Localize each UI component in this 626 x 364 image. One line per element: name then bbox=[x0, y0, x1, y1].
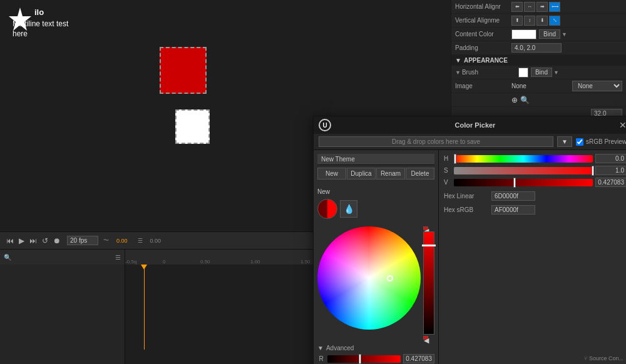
hex-linear-input[interactable] bbox=[491, 191, 535, 201]
horizontal-align-icons: ⬅ ↔ ➡ ⟷ bbox=[511, 2, 560, 12]
color-picker-dropdown-btn[interactable]: ▼ bbox=[557, 136, 572, 147]
advanced-label: Advanced bbox=[326, 345, 354, 351]
color-picker-left-panel: New Theme New Duplica Renam Delete New 💧 bbox=[314, 150, 438, 364]
timeline-playhead[interactable] bbox=[144, 265, 145, 350]
swatch-row: 💧 bbox=[317, 199, 434, 219]
content-color-dropdown-arrow[interactable]: ▼ bbox=[562, 31, 567, 38]
theme-duplicate-btn[interactable]: Duplica bbox=[347, 168, 376, 179]
v-label: V bbox=[444, 179, 451, 186]
source-control-icon: ⑂ bbox=[584, 355, 587, 361]
step-back-button[interactable]: ⏮ bbox=[5, 235, 15, 246]
white-box-widget[interactable] bbox=[175, 109, 210, 144]
theme-new-btn[interactable]: New bbox=[317, 168, 346, 179]
content-color-swatch[interactable] bbox=[511, 29, 536, 39]
vertical-align-icons: ⬆ ↕ ⬇ ⤡ bbox=[511, 16, 560, 26]
fps-curve-icon: 〜 bbox=[103, 236, 109, 245]
padding-row: Padding bbox=[451, 41, 626, 55]
r-channel-track[interactable] bbox=[327, 355, 401, 363]
add-icon[interactable]: ⊕ bbox=[511, 96, 518, 104]
tick-4: 1.50 bbox=[300, 259, 310, 265]
color-wheel[interactable] bbox=[317, 226, 421, 330]
h-row: H bbox=[444, 154, 626, 163]
source-control[interactable]: ⑂ Source Con... bbox=[584, 355, 623, 361]
color-picker-dialog: U Color Picker ✕ Drag & drop colors here… bbox=[313, 116, 626, 364]
srgb-checkbox[interactable] bbox=[576, 138, 583, 146]
appearance-arrow-icon: ▼ bbox=[455, 57, 461, 64]
time-display: 0.00 bbox=[116, 238, 128, 244]
appearance-section-header[interactable]: ▼ APPEARANCE bbox=[451, 55, 626, 66]
align-right-icon[interactable]: ➡ bbox=[536, 2, 548, 12]
content-color-row: Content Color Bind ▼ bbox=[451, 28, 626, 41]
time-value-right: 0.00 bbox=[150, 238, 162, 244]
canvas-subtitle: Multiline text test here bbox=[13, 19, 68, 39]
s-cursor bbox=[592, 166, 594, 176]
color-bar-arrow-right[interactable]: ◀ bbox=[423, 336, 428, 340]
brush-label: Brush bbox=[462, 69, 518, 76]
color-picker-right-panel: H S V bbox=[438, 150, 626, 364]
s-track[interactable] bbox=[454, 167, 593, 174]
v-cursor bbox=[513, 178, 516, 188]
color-picker-close-button[interactable]: ✕ bbox=[619, 120, 626, 130]
theme-header: New Theme bbox=[317, 154, 434, 165]
h-cursor bbox=[454, 154, 456, 164]
hex-linear-row: Hex Linear bbox=[444, 191, 626, 201]
color-swatch-circle[interactable] bbox=[317, 199, 337, 219]
step-forward-button[interactable]: ⏭ bbox=[28, 235, 38, 246]
search-icon[interactable]: 🔍 bbox=[520, 96, 530, 104]
filter-icon[interactable]: ☰ bbox=[138, 238, 143, 244]
new-color-label: New bbox=[317, 187, 434, 196]
align-fill-icon[interactable]: ⟷ bbox=[549, 2, 560, 12]
valign-fill-icon[interactable]: ⤡ bbox=[549, 16, 560, 26]
ue-logo-icon: U bbox=[319, 119, 331, 131]
track-label-filter[interactable]: ☰ bbox=[115, 254, 121, 261]
track-label-search[interactable]: 🔍 bbox=[4, 254, 11, 261]
wheel-and-bar: ◀ ◀ bbox=[317, 226, 434, 340]
tick-1: 0 bbox=[163, 259, 165, 265]
brush-bind-btn[interactable]: Bind bbox=[531, 68, 552, 77]
valign-bottom-icon[interactable]: ⬇ bbox=[536, 16, 548, 26]
image-row: Image None None bbox=[451, 79, 626, 93]
fps-input[interactable] bbox=[67, 236, 98, 245]
appearance-label: APPEARANCE bbox=[464, 57, 508, 64]
color-picker-toolbar: Drag & drop colors here to save ▼ sRGB P… bbox=[314, 134, 626, 150]
tick-0: -0.5q bbox=[125, 259, 136, 265]
brush-dropdown-arrow[interactable]: ▼ bbox=[553, 69, 559, 76]
align-center-icon[interactable]: ↔ bbox=[524, 2, 535, 12]
color-wheel-cursor bbox=[387, 275, 393, 281]
advanced-toggle[interactable]: ▼ Advanced bbox=[317, 345, 434, 351]
v-value-input[interactable] bbox=[595, 178, 626, 187]
color-bar-arrow-left[interactable]: ◀ bbox=[423, 226, 428, 230]
image-dropdown[interactable]: None bbox=[572, 81, 622, 91]
valign-top-icon[interactable]: ⬆ bbox=[511, 16, 523, 26]
srgb-preview-toggle: sRGB Preview bbox=[576, 138, 626, 146]
vertical-align-label: Vertical Alignme bbox=[455, 17, 511, 24]
h-value-input[interactable] bbox=[595, 154, 626, 163]
hex-srgb-row: Hex sRGB bbox=[444, 205, 626, 215]
color-picker-body: New Theme New Duplica Renam Delete New 💧 bbox=[314, 150, 626, 364]
v-track[interactable] bbox=[454, 179, 593, 186]
align-left-icon[interactable]: ⬅ bbox=[511, 2, 523, 12]
drag-drop-label: Drag & drop colors here to save bbox=[319, 136, 553, 147]
image-value: None bbox=[511, 83, 572, 89]
padding-input[interactable] bbox=[511, 43, 562, 53]
timeline-controls: ⏮ ▶ ⏭ ↺ ⏺ bbox=[5, 235, 62, 246]
s-value-input[interactable] bbox=[595, 166, 626, 175]
saturation-bar[interactable] bbox=[423, 231, 434, 335]
play-button[interactable]: ▶ bbox=[18, 235, 26, 246]
theme-delete-btn[interactable]: Delete bbox=[406, 168, 434, 179]
advanced-arrow-icon: ▼ bbox=[317, 345, 324, 351]
record-button[interactable]: ⏺ bbox=[52, 235, 62, 246]
r-value-input[interactable] bbox=[403, 354, 434, 363]
hex-srgb-input[interactable] bbox=[491, 205, 535, 215]
track-label-header: 🔍 ☰ bbox=[0, 250, 125, 265]
valign-center-icon[interactable]: ↕ bbox=[524, 16, 535, 26]
brush-color-swatch[interactable] bbox=[518, 68, 528, 78]
red-box-widget[interactable] bbox=[160, 47, 207, 94]
loop-button[interactable]: ↺ bbox=[41, 235, 49, 246]
theme-rename-btn[interactable]: Renam bbox=[376, 168, 405, 179]
v-row: V bbox=[444, 178, 626, 187]
content-color-bind-btn[interactable]: Bind bbox=[539, 29, 560, 39]
h-track[interactable] bbox=[454, 155, 593, 163]
color-picker-title: Color Picker bbox=[455, 121, 496, 129]
eyedropper-button[interactable]: 💧 bbox=[340, 200, 357, 218]
